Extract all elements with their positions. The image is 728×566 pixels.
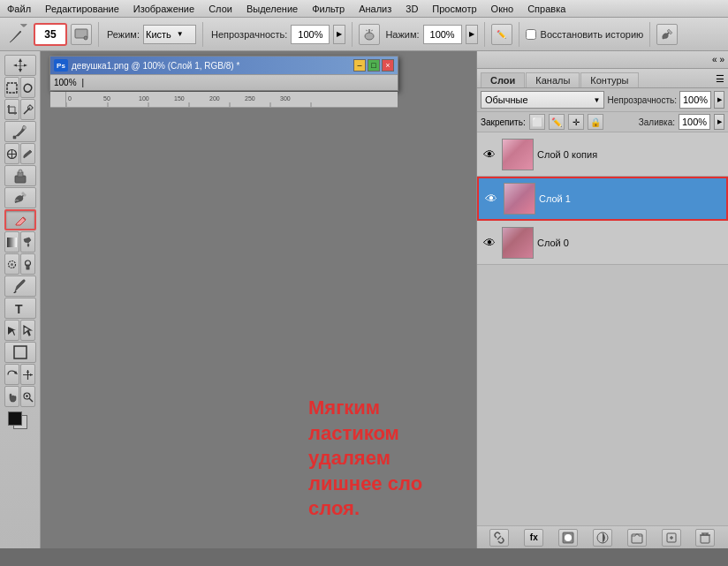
tool-3d-pan[interactable] [20,364,35,385]
restore-history-checkbox[interactable] [526,29,536,40]
tool-dodge[interactable] [20,253,35,275]
color-swatches[interactable] [6,411,34,436]
doc-close-btn[interactable]: × [382,59,394,72]
tool-eyedropper[interactable] [4,121,36,142]
tool-gradient-pair [4,231,35,253]
stylus-icon[interactable]: ✏️ [491,24,512,45]
svg-line-13 [24,108,30,114]
opacity-input[interactable]: 100% [291,25,330,44]
fg-color-swatch[interactable] [8,411,22,426]
opacity-arrow[interactable]: ▶ [333,25,345,44]
menu-layers[interactable]: Слои [205,4,236,14]
pressure-input[interactable]: 100% [423,25,462,44]
layer-style-btn[interactable]: fx [524,529,543,547]
menu-view[interactable]: Просмотр [428,4,480,14]
link-layers-btn[interactable] [489,529,509,547]
delete-layer-btn[interactable] [695,529,715,547]
svg-point-2 [84,36,87,40]
layer-1-name: Слой 1 [539,193,723,204]
menu-edit[interactable]: Редактирование [42,4,123,14]
svg-text:100: 100 [139,95,149,102]
tool-gradient[interactable] [4,231,19,253]
svg-rect-25 [7,238,17,247]
new-layer-btn[interactable] [662,529,681,547]
panel-collapse-btn[interactable]: « » [712,55,724,64]
menu-help[interactable]: Справка [524,4,569,14]
main-area: T [0,51,728,548]
doc-maximize-btn[interactable]: □ [368,59,380,72]
tool-hand[interactable] [4,386,19,407]
svg-marker-35 [27,370,29,373]
mode-dropdown[interactable]: Кисть ▼ [143,25,196,44]
tool-text[interactable]: T [4,298,36,319]
tab-paths[interactable]: Контуры [580,72,638,87]
tab-channels[interactable]: Каналы [526,72,580,87]
opacity-arrow-btn[interactable]: ▶ [714,91,724,109]
tool-3d-pair [4,364,35,385]
tool-lasso[interactable] [20,77,35,98]
tool-direct-select[interactable] [20,320,35,341]
menu-analysis[interactable]: Анализ [355,4,395,14]
tool-stamp[interactable] [4,165,36,186]
doc-minimize-btn[interactable]: – [353,59,366,72]
tool-heal[interactable] [4,143,19,164]
menu-filter[interactable]: Фильтр [308,4,348,14]
layer-0-copy-visibility[interactable]: 👁 [481,146,498,163]
panel-menu-icon[interactable]: ☰ [716,73,724,85]
tool-fill[interactable] [20,231,35,253]
tool-crop[interactable] [4,99,19,120]
layer-mask-btn[interactable] [558,529,578,547]
mode-label: Режим: [107,29,140,40]
tool-history-brush[interactable] [4,187,36,208]
svg-rect-0 [19,24,27,27]
layer-1-visibility[interactable]: 👁 [482,190,500,208]
svg-rect-93 [701,535,709,543]
layer-item-1[interactable]: 👁 Слой 1 [477,177,728,221]
layer-item-0[interactable]: 👁 Слой 0 [477,221,728,265]
tab-layers[interactable]: Слои [481,72,525,87]
tool-eraser[interactable] [4,209,36,230]
doc-title-text: девушка1.png @ 100% (Слой 1, RGB/8) * [72,61,350,71]
tool-rect-select[interactable] [4,77,19,98]
menu-image[interactable]: Изображение [130,4,198,14]
lock-image-btn[interactable]: ✏️ [549,114,565,130]
doc-window-buttons: – □ × [353,59,394,72]
svg-marker-31 [8,327,16,336]
tool-brush[interactable] [20,143,35,164]
layer-item-0-copy[interactable]: 👁 Слой 0 копия [477,132,728,177]
layer-0-visibility[interactable]: 👁 [481,234,498,252]
lock-all-btn[interactable]: 🔒 [588,114,603,130]
restore-history-area[interactable]: Восстановить историю [526,29,644,40]
history-brush-icon[interactable] [656,24,678,45]
menu-select[interactable]: Выделение [243,4,301,14]
tool-blur[interactable] [4,253,19,275]
tool-path-select[interactable] [4,320,19,341]
opacity-value[interactable]: 100% [679,91,711,109]
svg-rect-8 [7,83,17,93]
tool-pen[interactable] [4,275,36,297]
tool-zoom[interactable] [20,386,35,407]
lock-position-btn[interactable]: ✛ [568,114,584,130]
tool-zoom-pair [4,386,35,407]
tablet-pressure-icon[interactable] [71,24,92,45]
brush-tool-icon[interactable] [5,22,30,47]
tool-shape[interactable] [4,342,36,363]
tool-magic-wand[interactable] [20,99,35,120]
menu-window[interactable]: Окно [488,4,518,14]
menu-3d[interactable]: 3D [402,4,421,14]
svg-line-38 [29,398,33,402]
airbrush-icon[interactable] [359,24,380,45]
blend-dropdown-arrow: ▼ [594,96,601,104]
pressure-arrow[interactable]: ▶ [466,25,478,44]
fill-value[interactable]: 100% [679,114,710,130]
tool-3d-rotate[interactable] [4,364,19,385]
adjustment-layer-btn[interactable] [593,529,612,547]
brush-size-display[interactable]: 35 [34,23,67,46]
lock-transparent-btn[interactable]: ⬜ [529,114,545,130]
tool-move[interactable] [4,55,36,76]
blend-mode-dropdown[interactable]: Обычные ▼ [481,91,604,109]
menu-file[interactable]: Файл [4,4,34,14]
layer-0-name: Слой 0 [537,238,724,248]
fill-arrow-btn[interactable]: ▶ [714,114,724,130]
new-group-btn[interactable] [627,529,647,547]
